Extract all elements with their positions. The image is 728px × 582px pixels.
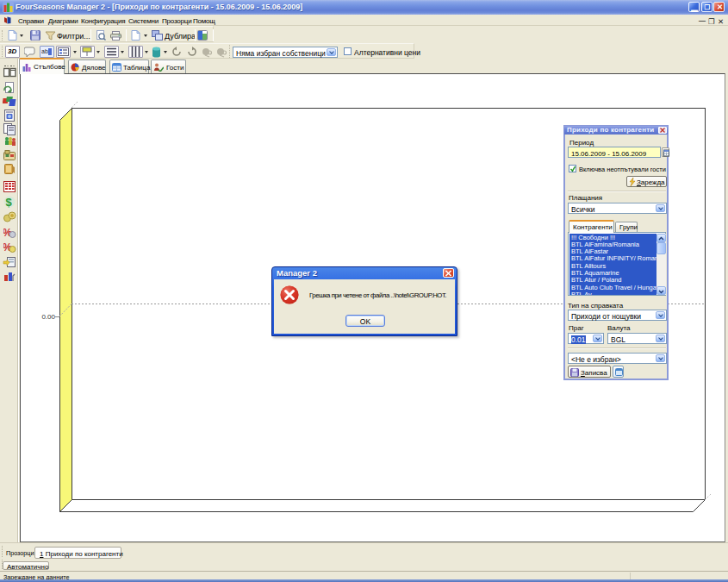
svg-text:0.00: 0.00 xyxy=(41,313,55,321)
